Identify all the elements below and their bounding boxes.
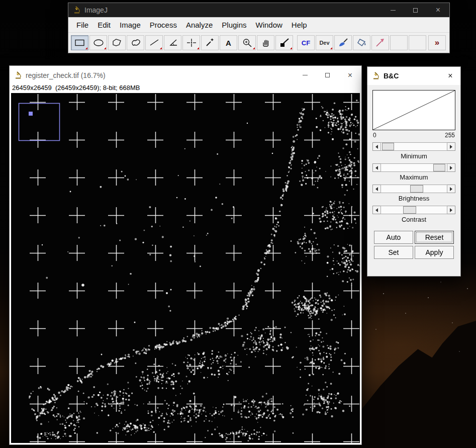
minimum-label: Minimum (372, 152, 455, 160)
set-button[interactable]: Set (374, 246, 413, 259)
minimum-slider-right-arrow[interactable] (447, 142, 455, 151)
reset-button[interactable]: Reset (415, 231, 454, 244)
maximum-slider-left-arrow[interactable] (372, 163, 381, 172)
minimize-button[interactable] (382, 3, 404, 17)
color-picker-icon (278, 38, 291, 48)
oval-tool-button[interactable] (89, 35, 107, 50)
line-tool-button[interactable] (145, 35, 163, 50)
dev-tool-button[interactable]: Dev (316, 35, 333, 50)
close-icon: × (436, 6, 440, 14)
imagej-main-window: ImageJ × File Edit Image Process Analyze… (68, 3, 450, 53)
freehand-tool-button[interactable] (127, 35, 144, 50)
angle-tool-button[interactable] (164, 35, 181, 50)
cf-tool-button[interactable]: CF (297, 35, 315, 50)
menu-item-plugins[interactable]: Plugins (217, 21, 251, 29)
bc-window-titlebar[interactable]: B&C × (367, 67, 460, 85)
minimum-slider-left-arrow[interactable] (372, 142, 381, 151)
wand-tool-button[interactable] (201, 35, 219, 50)
image-window-controls: × (294, 66, 361, 84)
maximize-button[interactable] (316, 66, 339, 84)
toolbar: A CF Dev » (68, 32, 449, 53)
cf-tool-icon: CF (302, 39, 310, 47)
rectangle-icon (74, 38, 86, 48)
arrow-tool-button[interactable] (371, 35, 389, 50)
hand-tool-button[interactable] (257, 35, 274, 50)
fill-tool-button[interactable] (353, 35, 370, 50)
contrast-slider-track[interactable] (380, 206, 447, 214)
contrast-label: Contrast (372, 216, 455, 223)
contrast-slider-right-arrow[interactable] (447, 206, 455, 214)
auto-button[interactable]: Auto (374, 231, 413, 244)
more-tools-button[interactable]: » (428, 35, 446, 50)
menu-item-help[interactable]: Help (287, 21, 312, 29)
brush-tool-button[interactable] (334, 35, 352, 50)
bc-window: B&C × 0 255 Minimum Maximum (367, 66, 461, 277)
more-tools-icon: » (435, 38, 439, 48)
imagej-app-icon (14, 71, 22, 79)
image-info: 26459x26459 (26459x26459); 8-bit; 668MB (10, 84, 361, 93)
apply-button[interactable]: Apply (415, 246, 454, 259)
color-picker-tool-button[interactable] (275, 35, 293, 50)
menu-item-analyze[interactable]: Analyze (181, 21, 217, 29)
bc-window-title: B&C (384, 72, 399, 80)
imagej-titlebar[interactable]: ImageJ × (68, 3, 449, 17)
maximum-slider[interactable] (372, 163, 455, 172)
minimum-slider-track[interactable] (380, 142, 447, 151)
left-arrow-icon (375, 208, 378, 212)
dropdown-indicator-icon (104, 47, 106, 49)
histogram-plot (372, 90, 455, 130)
minimum-slider-thumb[interactable] (382, 143, 394, 150)
bc-buttons: Auto Reset Set Apply (374, 231, 454, 259)
close-icon: × (448, 72, 452, 80)
lut-line (373, 91, 455, 130)
close-button[interactable]: × (339, 66, 361, 84)
menu-item-edit[interactable]: Edit (93, 21, 115, 29)
blank-tool-slot[interactable] (409, 35, 426, 50)
rectangle-tool-button[interactable] (71, 35, 88, 50)
text-tool-button[interactable]: A (220, 35, 237, 50)
minimum-slider[interactable] (372, 142, 455, 151)
minimize-icon (303, 75, 308, 75)
maximum-slider-thumb[interactable] (433, 164, 445, 171)
imagej-window-controls: × (382, 3, 449, 17)
brightness-slider[interactable] (372, 185, 455, 193)
blank-tool-slot[interactable] (390, 35, 408, 50)
zoom-tool-button[interactable] (238, 35, 256, 50)
contrast-slider-thumb[interactable] (403, 206, 416, 214)
image-canvas[interactable] (11, 93, 360, 443)
dropdown-indicator-icon (330, 47, 332, 49)
brightness-slider-thumb[interactable] (410, 185, 423, 193)
maximize-icon (325, 73, 330, 77)
oval-icon (92, 38, 105, 48)
polygon-tool-button[interactable] (108, 35, 126, 50)
freehand-icon (130, 38, 142, 48)
imagej-title: ImageJ (84, 6, 108, 14)
histogram-min-label: 0 (373, 132, 376, 139)
histogram-range-labels: 0 255 (373, 132, 455, 139)
maximum-slider-track[interactable] (380, 163, 447, 172)
brightness-slider-track[interactable] (380, 185, 447, 193)
dropdown-indicator-icon (253, 47, 255, 49)
hand-icon (260, 38, 272, 48)
maximum-slider-right-arrow[interactable] (447, 163, 455, 172)
minimize-button[interactable] (294, 66, 316, 84)
contrast-slider[interactable] (372, 206, 455, 214)
menu-item-file[interactable]: File (72, 21, 93, 29)
dropdown-indicator-icon (197, 47, 199, 49)
maximum-label: Maximum (372, 173, 455, 181)
right-arrow-icon (450, 208, 452, 212)
menu-item-process[interactable]: Process (145, 21, 181, 29)
point-tool-button[interactable] (182, 35, 200, 50)
close-button[interactable]: × (427, 3, 449, 17)
close-button[interactable]: × (440, 67, 460, 85)
right-arrow-icon (450, 166, 452, 170)
line-icon (148, 38, 160, 48)
brightness-slider-right-arrow[interactable] (447, 185, 455, 193)
menu-item-window[interactable]: Window (251, 21, 287, 29)
maximize-button[interactable] (404, 3, 427, 17)
image-window-titlebar[interactable]: register_check.tif (16.7%) × (10, 66, 361, 84)
stars (0, 0, 1, 1)
contrast-slider-left-arrow[interactable] (372, 206, 381, 214)
brightness-slider-left-arrow[interactable] (372, 185, 381, 193)
menu-item-image[interactable]: Image (115, 21, 145, 29)
